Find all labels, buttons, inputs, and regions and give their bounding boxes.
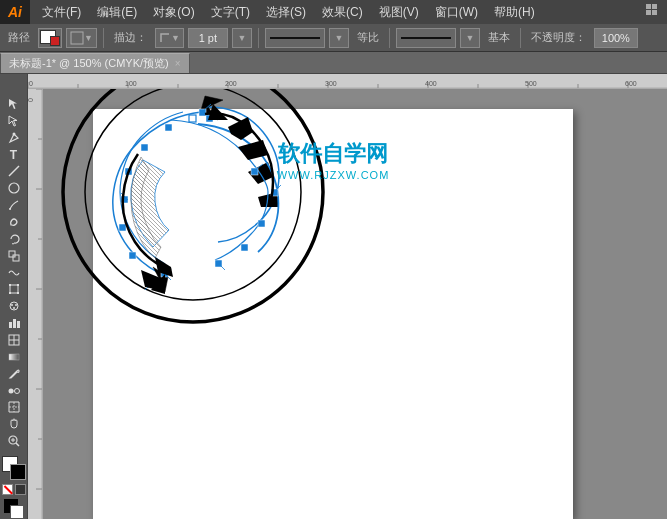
ellipse-tool[interactable] xyxy=(3,180,25,196)
hand-tool[interactable] xyxy=(3,416,25,432)
zoom-tool[interactable] xyxy=(3,433,25,449)
svg-rect-41 xyxy=(9,251,15,257)
menu-items: 文件(F) 编辑(E) 对象(O) 文字(T) 选择(S) 效果(C) 视图(V… xyxy=(30,0,543,24)
color-controls xyxy=(2,456,26,519)
svg-text:200: 200 xyxy=(225,80,237,87)
menu-view[interactable]: 视图(V) xyxy=(371,0,427,24)
stroke-preview xyxy=(265,28,325,48)
opacity-input[interactable] xyxy=(594,28,638,48)
svg-rect-83 xyxy=(141,144,148,151)
grid-icon xyxy=(645,3,661,22)
stroke-width-input[interactable] xyxy=(188,28,228,48)
svg-text:300: 300 xyxy=(325,80,337,87)
svg-point-68 xyxy=(63,89,323,322)
svg-text:600: 600 xyxy=(625,80,637,87)
bw-swatches[interactable] xyxy=(4,499,24,519)
stroke-preview2 xyxy=(396,28,456,48)
svg-text:0: 0 xyxy=(28,98,34,102)
blob-brush-tool[interactable] xyxy=(3,214,25,230)
eyedropper-tool[interactable] xyxy=(3,366,25,382)
stroke-swatch xyxy=(10,464,26,480)
free-transform-tool[interactable] xyxy=(3,281,25,297)
none-stroke-btn[interactable] xyxy=(15,484,26,495)
svg-rect-45 xyxy=(17,284,19,286)
menu-file[interactable]: 文件(F) xyxy=(34,0,89,24)
rotate-tool[interactable] xyxy=(3,231,25,247)
sep1 xyxy=(103,28,104,48)
svg-point-49 xyxy=(11,304,13,306)
svg-rect-3 xyxy=(652,10,657,15)
svg-rect-1 xyxy=(652,4,657,9)
none-fill-btn[interactable] xyxy=(2,484,13,495)
menu-window[interactable]: 窗口(W) xyxy=(427,0,486,24)
stroke-type-btn[interactable]: ▼ xyxy=(66,28,97,48)
equal-label: 等比 xyxy=(353,30,383,45)
document-tab[interactable]: 未标题-1* @ 150% (CMYK/预览) × xyxy=(0,53,190,73)
svg-rect-42 xyxy=(13,255,19,261)
menu-edit[interactable]: 编辑(E) xyxy=(89,0,145,24)
artboard: 软件自学网 WWW.RJZXW.COM xyxy=(93,109,573,519)
selection-tool[interactable] xyxy=(3,96,25,112)
corner-type-btn[interactable]: ▼ xyxy=(155,28,184,48)
fill-stroke-swatches[interactable] xyxy=(2,456,26,480)
svg-rect-84 xyxy=(165,124,172,131)
left-toolbar: T xyxy=(0,74,28,519)
stroke-width-dropdown[interactable]: ▼ xyxy=(232,28,252,48)
svg-rect-58 xyxy=(9,354,19,360)
svg-text:500: 500 xyxy=(525,80,537,87)
symbol-sprayer-tool[interactable] xyxy=(3,298,25,314)
pencil-tool[interactable] xyxy=(3,197,25,213)
direct-selection-tool[interactable] xyxy=(3,113,25,129)
svg-rect-44 xyxy=(9,284,11,286)
canvas-area[interactable]: 软件自学网 WWW.RJZXW.COM xyxy=(43,89,667,519)
svg-point-50 xyxy=(15,304,17,306)
stroke-style-dropdown2[interactable]: ▼ xyxy=(460,28,480,48)
menu-object[interactable]: 对象(O) xyxy=(145,0,202,24)
menu-text[interactable]: 文字(T) xyxy=(203,0,258,24)
tab-close-btn[interactable]: × xyxy=(175,58,181,69)
slice-tool[interactable] xyxy=(3,399,25,415)
pen-tool[interactable] xyxy=(3,130,25,146)
tab-title: 未标题-1* @ 150% (CMYK/预览) xyxy=(9,56,169,71)
svg-point-37 xyxy=(12,132,15,135)
column-graph-tool[interactable] xyxy=(3,315,25,331)
svg-text:0: 0 xyxy=(29,80,33,87)
line-tool[interactable] xyxy=(3,163,25,179)
svg-point-51 xyxy=(13,307,15,309)
menu-help[interactable]: 帮助(H) xyxy=(486,0,543,24)
svg-rect-2 xyxy=(646,10,651,15)
svg-line-38 xyxy=(9,166,19,176)
svg-rect-74 xyxy=(258,220,265,227)
scale-tool[interactable] xyxy=(3,248,25,264)
menu-select[interactable]: 选择(S) xyxy=(258,0,314,24)
svg-rect-75 xyxy=(241,244,248,251)
svg-rect-0 xyxy=(646,4,651,9)
svg-rect-53 xyxy=(13,319,16,328)
ruler-horizontal: 0 100 200 300 400 500 600 xyxy=(28,74,667,89)
menu-bar: Ai 文件(F) 编辑(E) 对象(O) 文字(T) 选择(S) 效果(C) 视… xyxy=(0,0,667,24)
artwork xyxy=(53,89,333,332)
svg-point-40 xyxy=(9,208,11,210)
svg-point-59 xyxy=(8,388,13,393)
ai-logo: Ai xyxy=(0,0,30,24)
stroke-color-btn[interactable] xyxy=(38,28,62,48)
menu-effect[interactable]: 效果(C) xyxy=(314,0,371,24)
type-tool[interactable]: T xyxy=(3,147,25,163)
mesh-tool[interactable] xyxy=(3,332,25,348)
gradient-tool[interactable] xyxy=(3,349,25,365)
svg-rect-70 xyxy=(199,109,206,116)
warp-tool[interactable] xyxy=(3,265,25,281)
stroke-style-dropdown[interactable]: ▼ xyxy=(329,28,349,48)
svg-rect-4 xyxy=(71,32,83,44)
svg-rect-52 xyxy=(9,322,12,328)
ruler-vertical: 0 xyxy=(28,89,43,519)
opacity-label: 不透明度： xyxy=(527,30,590,45)
blend-tool[interactable] xyxy=(3,383,25,399)
svg-rect-79 xyxy=(129,252,136,259)
stroke-label: 描边： xyxy=(110,30,151,45)
svg-text:400: 400 xyxy=(425,80,437,87)
svg-text:100: 100 xyxy=(125,80,137,87)
sep2 xyxy=(258,28,259,48)
none-color-btns xyxy=(2,484,26,495)
svg-point-39 xyxy=(9,183,19,193)
